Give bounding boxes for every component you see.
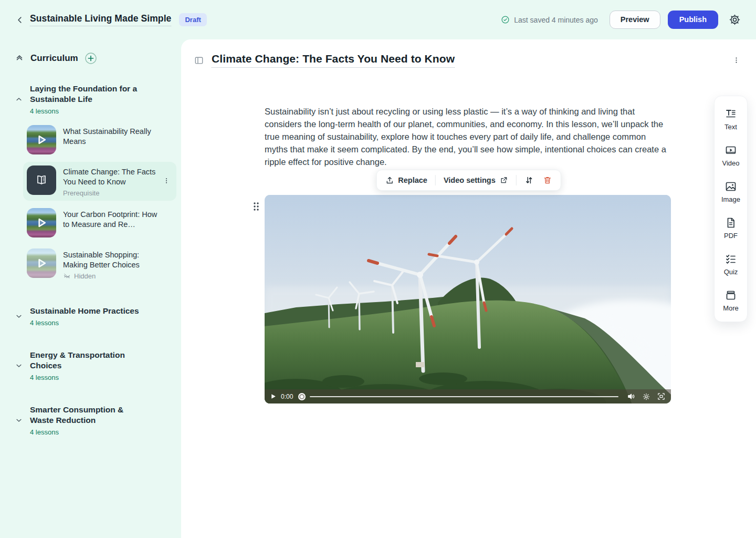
image-block-icon xyxy=(724,180,737,193)
block-palette: Text Video Image PDF Quiz More xyxy=(714,96,748,322)
chevron-left-icon xyxy=(15,15,25,25)
play-button[interactable] xyxy=(270,393,277,400)
lesson-video-thumbnail xyxy=(27,249,56,278)
lesson-reading-tile xyxy=(27,165,56,195)
section-header-home-practices[interactable]: Sustainable Home Practices 4 lessons xyxy=(0,306,181,327)
curriculum-section: Sustainable Home Practices 4 lessons xyxy=(0,306,181,327)
chevron-up-icon xyxy=(15,95,23,104)
section-lesson-count: 4 lessons xyxy=(30,319,144,327)
panel-toggle-icon xyxy=(194,55,204,66)
play-overlay-icon xyxy=(34,132,49,148)
lesson-paragraph[interactable]: Sustainability isn’t just about recyclin… xyxy=(265,105,671,168)
video-current-time: 0:00 xyxy=(281,393,293,400)
lesson-list: What Sustainability Really Means Climat xyxy=(23,121,176,284)
play-icon xyxy=(270,393,277,400)
curriculum-header: Curriculum xyxy=(0,39,181,65)
palette-item-quiz[interactable]: Quiz xyxy=(724,253,738,276)
more-block-icon xyxy=(724,289,737,302)
palette-item-video[interactable]: Video xyxy=(722,144,739,167)
lesson-options-button[interactable] xyxy=(730,54,742,67)
lesson-item-what-sustainability[interactable]: What Sustainability Really Means xyxy=(23,121,176,158)
collapse-all-icon xyxy=(15,54,24,63)
lesson-prerequisite-label: Prerequisite xyxy=(63,189,159,197)
palette-label: Quiz xyxy=(724,268,738,276)
section-header-energy-transport[interactable]: Energy & Transportation Choices 4 lesson… xyxy=(0,350,181,381)
upload-icon xyxy=(385,176,394,185)
curriculum-section: Smarter Consumption & Waste Reduction 4 … xyxy=(0,405,181,436)
lesson-editor-panel: Climate Change: The Facts You Need to Kn… xyxy=(181,39,756,538)
settings-icon xyxy=(642,392,650,401)
palette-label: Text xyxy=(724,123,737,131)
back-button[interactable] xyxy=(13,13,27,27)
toolbar-divider xyxy=(435,175,436,185)
external-link-icon xyxy=(500,176,508,184)
palette-label: PDF xyxy=(724,232,738,240)
drag-handle-icon xyxy=(253,202,260,211)
publish-button[interactable]: Publish xyxy=(668,11,718,29)
lesson-video-thumbnail xyxy=(27,208,56,237)
lesson-item-climate-change[interactable]: Climate Change: The Facts You Need to Kn… xyxy=(23,162,176,201)
plus-circle-icon xyxy=(85,52,97,65)
video-block-icon xyxy=(724,144,737,157)
check-circle-icon xyxy=(501,15,510,24)
replace-label: Replace xyxy=(398,176,427,184)
gear-icon xyxy=(729,14,741,26)
text-block-icon xyxy=(724,108,737,120)
collapse-all-button[interactable] xyxy=(15,54,24,63)
play-overlay-icon xyxy=(34,215,49,231)
quiz-block-icon xyxy=(724,253,737,265)
replace-video-button[interactable]: Replace xyxy=(384,175,428,186)
lesson-menu-button[interactable] xyxy=(162,175,171,186)
section-header-smarter-consumption[interactable]: Smarter Consumption & Waste Reduction 4 … xyxy=(0,405,181,436)
lesson-item-sustainable-shopping[interactable]: Sustainable Shopping: Making Better Choi… xyxy=(23,245,176,284)
section-lesson-count: 4 lessons xyxy=(30,374,144,381)
palette-item-text[interactable]: Text xyxy=(724,108,737,131)
curriculum-sidebar: Curriculum Laying the Foundation for a S… xyxy=(0,39,181,538)
preview-button[interactable]: Preview xyxy=(610,11,660,29)
palette-item-image[interactable]: Image xyxy=(721,180,740,203)
move-block-button[interactable] xyxy=(523,174,535,186)
section-lesson-count: 4 lessons xyxy=(30,107,144,115)
settings-button[interactable] xyxy=(727,12,743,28)
volume-button[interactable] xyxy=(627,392,636,401)
video-frame-windfarm xyxy=(265,195,671,404)
video-controls-bar: 0:00 xyxy=(265,389,671,404)
trash-icon xyxy=(543,175,552,185)
lesson-title: Your Carbon Footprint: How to Measure an… xyxy=(63,210,159,230)
palette-item-pdf[interactable]: PDF xyxy=(724,216,738,240)
video-progress-track[interactable] xyxy=(310,396,618,397)
toolbar-divider xyxy=(516,175,517,185)
video-settings-button[interactable]: Video settings xyxy=(443,175,509,185)
save-status: Last saved 4 minutes ago xyxy=(501,15,598,24)
palette-item-more[interactable]: More xyxy=(723,289,739,312)
lesson-video-thumbnail xyxy=(27,125,56,154)
course-title-input[interactable]: Sustainable Living Made Simple xyxy=(30,13,171,26)
video-settings-gear-button[interactable] xyxy=(642,392,650,401)
section-title: Smarter Consumption & Waste Reduction xyxy=(30,405,144,426)
kebab-icon xyxy=(732,56,740,65)
fullscreen-button[interactable] xyxy=(657,392,666,401)
delete-block-button[interactable] xyxy=(542,174,553,186)
palette-label: More xyxy=(723,304,739,312)
add-section-button[interactable] xyxy=(85,52,97,65)
block-drag-handle[interactable] xyxy=(250,200,262,213)
video-player[interactable]: 0:00 xyxy=(265,195,671,404)
fullscreen-icon xyxy=(657,392,666,401)
last-saved-text: Last saved 4 minutes ago xyxy=(514,16,598,24)
eye-off-icon xyxy=(63,272,71,280)
sort-arrows-icon xyxy=(524,175,534,185)
video-scrubber-handle[interactable] xyxy=(298,393,306,400)
lesson-hidden-label: Hidden xyxy=(74,272,96,280)
lesson-title: Sustainable Shopping: Making Better Choi… xyxy=(63,250,159,270)
chevron-down-icon xyxy=(15,361,23,370)
section-title: Laying the Foundation for a Sustainable … xyxy=(30,84,144,105)
toggle-sidebar-button[interactable] xyxy=(193,54,205,67)
section-title: Sustainable Home Practices xyxy=(30,306,144,316)
palette-label: Image xyxy=(721,195,740,203)
lesson-title: Climate Change: The Facts You Need to Kn… xyxy=(63,167,159,187)
video-settings-label: Video settings xyxy=(444,176,496,184)
section-header-foundation[interactable]: Laying the Foundation for a Sustainable … xyxy=(0,84,181,115)
volume-icon xyxy=(627,392,636,401)
lesson-title-input[interactable]: Climate Change: The Facts You Need to Kn… xyxy=(212,53,455,68)
lesson-item-carbon-footprint[interactable]: Your Carbon Footprint: How to Measure an… xyxy=(23,204,176,241)
